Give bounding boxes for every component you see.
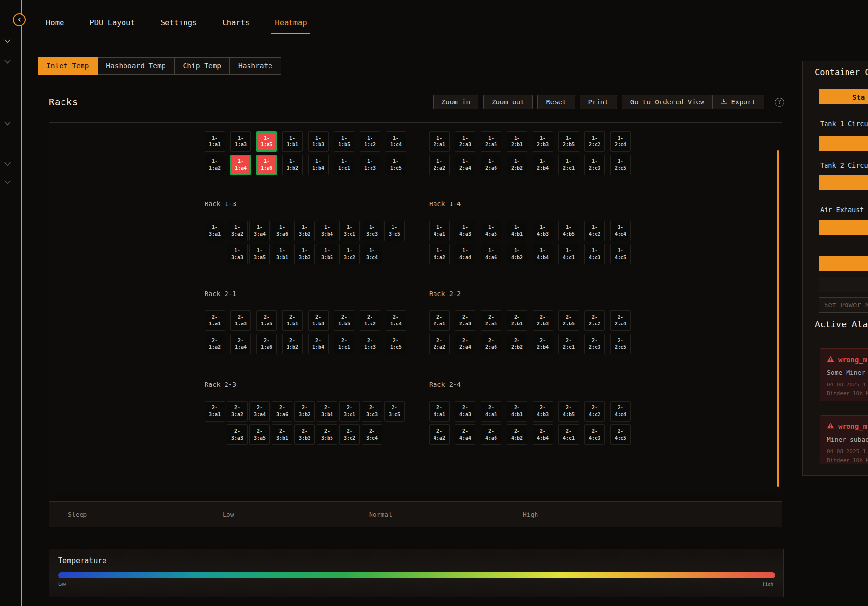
miner-cell-1-2-c3[interactable]: 1-2:c3 [584,155,605,175]
miner-cell-2-2-b4[interactable]: 2-2:b4 [533,334,553,354]
miner-cell-1-4-c3[interactable]: 1-4:c3 [584,244,605,264]
tank2-circulation-button[interactable] [819,175,868,190]
miner-cell-2-2-a3[interactable]: 2-2:a3 [455,310,475,331]
miner-cell-2-3-c2[interactable]: 2-3:c2 [339,424,360,445]
miner-cell-2-2-b5[interactable]: 2-2:b5 [558,310,579,331]
start-button[interactable]: Sta [819,89,868,104]
miner-cell-2-3-a6[interactable]: 2-3:a6 [272,401,292,422]
export-button[interactable]: Export [712,95,764,109]
miner-cell-2-4-a5[interactable]: 2-4:a5 [481,401,501,422]
miner-cell-2-3-a2[interactable]: 2-3:a2 [227,401,248,422]
miner-cell-2-4-b2[interactable]: 2-4:b2 [507,424,527,445]
miner-cell-1-3-a5[interactable]: 1-3:a5 [249,244,270,264]
miner-cell-2-1-a6[interactable]: 2-1:a6 [256,334,277,354]
miner-cell-2-4-c1[interactable]: 2-4:c1 [558,424,579,445]
miner-cell-1-1-a4[interactable]: 1-1:a4 [230,155,251,175]
zoom-in-button[interactable]: Zoom in [433,95,478,109]
miner-cell-1-1-b5[interactable]: 1-1:b5 [334,131,354,152]
miner-cell-2-2-a1[interactable]: 2-2:a1 [429,310,450,331]
miner-cell-1-2-b3[interactable]: 1-2:b3 [533,131,553,152]
miner-cell-1-4-a1[interactable]: 1-4:a1 [429,221,450,241]
miner-cell-2-4-c2[interactable]: 2-4:c2 [584,401,605,422]
miner-cell-1-2-b4[interactable]: 1-2:b4 [533,155,553,175]
miner-cell-2-4-c4[interactable]: 2-4:c4 [610,401,631,422]
panel-value-input[interactable] [819,277,868,292]
miner-cell-1-1-b3[interactable]: 1-1:b3 [308,131,329,152]
miner-cell-1-4-a5[interactable]: 1-4:a5 [481,221,501,241]
collapse-sidebar-button[interactable] [13,13,26,26]
miner-cell-1-3-b1[interactable]: 1-3:b1 [272,244,292,264]
nav-item-heatmap[interactable]: Heatmap [271,13,310,34]
miner-cell-2-1-c1[interactable]: 2-1:c1 [334,334,354,354]
miner-cell-1-3-b4[interactable]: 1-3:b4 [317,221,337,241]
miner-cell-2-4-a2[interactable]: 2-4:a2 [429,424,450,445]
air-exhaust-button[interactable] [819,220,868,235]
miner-cell-1-3-b3[interactable]: 1-3:b3 [294,244,315,264]
miner-cell-1-4-b4[interactable]: 1-4:b4 [533,244,553,264]
miner-cell-1-4-c5[interactable]: 1-4:c5 [610,244,631,264]
miner-cell-1-2-c4[interactable]: 1-2:c4 [610,131,631,152]
miner-cell-2-3-a5[interactable]: 2-3:a5 [249,424,270,445]
tank1-circulation-button[interactable] [819,136,868,151]
miner-cell-2-2-a4[interactable]: 2-2:a4 [455,334,475,354]
miner-cell-2-1-b1[interactable]: 2-1:b1 [282,310,303,331]
miner-cell-2-2-c5[interactable]: 2-2:c5 [610,334,631,354]
miner-cell-1-3-c5[interactable]: 1-3:c5 [384,221,405,241]
miner-cell-1-1-b1[interactable]: 1-1:b1 [282,131,303,152]
miner-cell-1-3-c1[interactable]: 1-3:c1 [339,221,360,241]
miner-cell-1-4-a2[interactable]: 1-4:a2 [429,244,450,264]
miner-cell-2-3-a4[interactable]: 2-3:a4 [249,401,270,422]
miner-cell-1-4-b5[interactable]: 1-4:b5 [558,221,579,241]
miner-cell-2-3-c5[interactable]: 2-3:c5 [384,401,405,422]
miner-cell-1-4-a6[interactable]: 1-4:a6 [481,244,501,264]
miner-cell-2-1-b4[interactable]: 2-1:b4 [308,334,329,354]
miner-cell-1-2-b2[interactable]: 1-2:b2 [507,155,527,175]
miner-cell-2-1-b3[interactable]: 2-1:b3 [308,310,329,331]
miner-cell-1-2-c5[interactable]: 1-2:c5 [610,155,631,175]
miner-cell-2-3-b5[interactable]: 2-3:b5 [317,424,337,445]
alarm-card[interactable]: wrong_mMiner subad04-08-2025 1Bitdeer 10… [820,415,868,464]
nav-item-settings[interactable]: Settings [157,13,201,34]
miner-cell-2-1-c2[interactable]: 2-1:c2 [360,310,380,331]
miner-cell-1-4-c1[interactable]: 1-4:c1 [558,244,579,264]
miner-cell-2-3-c1[interactable]: 2-3:c1 [339,401,360,422]
miner-cell-1-1-c1[interactable]: 1-1:c1 [334,155,354,175]
miner-cell-2-4-a6[interactable]: 2-4:a6 [481,424,501,445]
miner-cell-1-2-b5[interactable]: 1-2:b5 [558,131,579,152]
miner-cell-1-3-a6[interactable]: 1-3:a6 [272,221,292,241]
miner-cell-1-3-a4[interactable]: 1-3:a4 [249,221,270,241]
miner-cell-1-1-a1[interactable]: 1-1:a1 [205,131,225,152]
miner-cell-1-1-c3[interactable]: 1-1:c3 [360,155,380,175]
set-power-input[interactable] [819,297,868,313]
print-button[interactable]: Print [580,95,617,109]
miner-cell-2-4-b5[interactable]: 2-4:b5 [558,401,579,422]
miner-cell-2-2-c2[interactable]: 2-2:c2 [584,310,605,331]
miner-cell-1-3-b2[interactable]: 1-3:b2 [294,221,315,241]
tab-chip-temp[interactable]: Chip Temp [174,57,230,75]
miner-cell-2-2-c3[interactable]: 2-2:c3 [584,334,605,354]
help-icon[interactable]: ? [775,98,784,107]
miner-cell-2-4-a3[interactable]: 2-4:a3 [455,401,475,422]
miner-cell-2-1-a1[interactable]: 2-1:a1 [205,310,225,331]
miner-cell-2-1-b5[interactable]: 2-1:b5 [334,310,354,331]
miner-cell-1-3-a3[interactable]: 1-3:a3 [227,244,248,264]
miner-cell-1-2-a2[interactable]: 1-2:a2 [429,155,450,175]
miner-cell-1-1-b4[interactable]: 1-1:b4 [308,155,329,175]
miner-cell-1-4-c2[interactable]: 1-4:c2 [584,221,605,241]
miner-cell-2-3-c3[interactable]: 2-3:c3 [362,401,382,422]
miner-cell-1-4-b3[interactable]: 1-4:b3 [533,221,553,241]
miner-cell-1-2-a4[interactable]: 1-2:a4 [455,155,475,175]
miner-cell-2-2-a5[interactable]: 2-2:a5 [481,310,501,331]
panel-action-button[interactable] [819,256,868,271]
miner-cell-2-1-c5[interactable]: 2-1:c5 [386,334,406,354]
miner-cell-2-3-a3[interactable]: 2-3:a3 [227,424,248,445]
miner-cell-1-3-b5[interactable]: 1-3:b5 [317,244,337,264]
miner-cell-2-2-c1[interactable]: 2-2:c1 [558,334,579,354]
miner-cell-1-2-b1[interactable]: 1-2:b1 [507,131,527,152]
zoom-out-button[interactable]: Zoom out [483,95,533,109]
miner-cell-2-4-b4[interactable]: 2-4:b4 [533,424,553,445]
miner-cell-2-3-b2[interactable]: 2-3:b2 [294,401,315,422]
nav-item-pdu-layout[interactable]: PDU Layout [86,13,138,34]
miner-cell-2-4-c5[interactable]: 2-4:c5 [610,424,631,445]
miner-cell-2-3-a1[interactable]: 2-3:a1 [205,401,225,422]
